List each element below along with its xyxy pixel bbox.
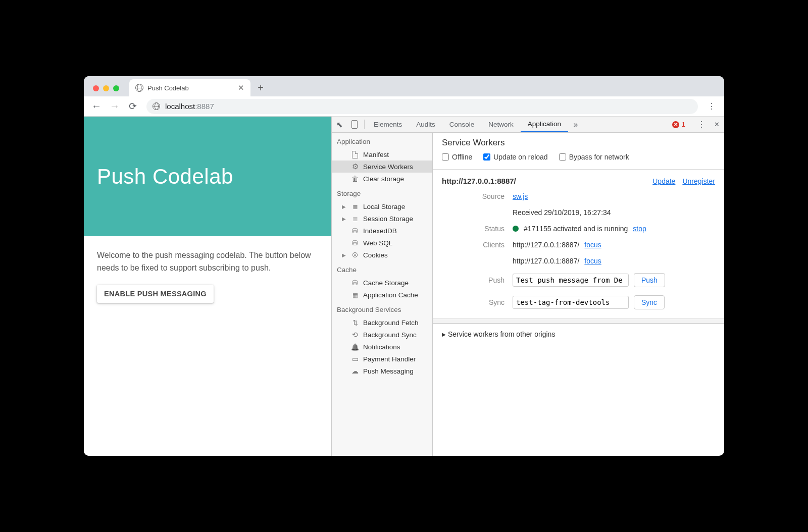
update-checkbox-input[interactable] [483, 153, 490, 161]
stop-link[interactable]: stop [633, 225, 646, 233]
row-status: Status #171155 activated and is running … [433, 221, 724, 237]
browser-menu-button[interactable] [704, 101, 719, 112]
source-file-link[interactable]: sw.js [513, 192, 528, 200]
devtools-tab-network[interactable]: Network [481, 117, 521, 132]
push-button[interactable]: Push [634, 273, 665, 287]
sidebar-item-label: Background Fetch [363, 319, 419, 327]
devtools-tab-elements[interactable]: Elements [367, 117, 409, 132]
browser-toolbar: localhost:8887 [84, 96, 724, 117]
device-icon [351, 120, 358, 129]
new-tab-button[interactable]: + [254, 81, 268, 95]
sidebar-item-cookies[interactable]: ▶Cookies [332, 249, 432, 261]
sidebar-item-label: Clear storage [363, 175, 404, 183]
received-text: Received 29/10/2019, 16:27:34 [513, 208, 611, 217]
sidebar-item-service-workers[interactable]: Service Workers [332, 161, 432, 173]
close-tab-icon[interactable]: ✕ [238, 83, 244, 92]
globe-icon [153, 102, 160, 110]
device-toggle-button[interactable] [347, 117, 362, 132]
address-bar[interactable]: localhost:8887 [146, 99, 698, 114]
offline-checkbox-input[interactable] [442, 153, 449, 161]
sidebar-item-label: Push Messaging [363, 367, 414, 375]
service-workers-panel: Service Workers Offline Update on reload… [433, 133, 724, 456]
devtools-body: ApplicationManifestService WorkersClear … [332, 133, 724, 456]
sidebar-item-clear-storage[interactable]: Clear storage [332, 173, 432, 185]
cookie-icon [351, 251, 359, 259]
sidebar-item-notifications[interactable]: Notifications [332, 341, 432, 353]
sidebar-item-manifest[interactable]: Manifest [332, 148, 432, 161]
row-clients-0: Clients http://127.0.0.1:8887/ focus [433, 237, 724, 253]
webpage: Push Codelab Welcome to the push messagi… [84, 117, 331, 456]
minimize-window-button[interactable] [103, 85, 109, 91]
sidebar-item-background-fetch[interactable]: Background Fetch [332, 316, 432, 329]
push-input[interactable] [513, 274, 629, 287]
caret-icon: ▶ [342, 204, 347, 209]
sidebar-item-label: Session Storage [363, 215, 413, 223]
caret-icon: ▶ [342, 216, 347, 222]
devtools-tab-console[interactable]: Console [442, 117, 482, 132]
browser-window: Push Codelab ✕ + localhost:8887 Push Cod… [84, 76, 724, 456]
bypass-network-checkbox[interactable]: Bypass for network [559, 153, 629, 161]
close-window-button[interactable] [93, 85, 99, 91]
focus-link[interactable]: focus [584, 241, 601, 249]
sidebar-item-local-storage[interactable]: ▶Local Storage [332, 200, 432, 212]
devtools-menu-button[interactable] [694, 120, 709, 129]
inspect-button[interactable] [332, 117, 347, 132]
enable-push-button[interactable]: ENABLE PUSH MESSAGING [97, 285, 214, 303]
back-button[interactable] [89, 99, 104, 114]
triangle-right-icon: ▶ [442, 332, 446, 337]
sync-icon [351, 331, 359, 339]
sidebar-item-cache-storage[interactable]: Cache Storage [332, 277, 432, 289]
sidebar-item-label: Application Cache [363, 291, 418, 299]
disk-icon [351, 239, 359, 247]
close-devtools-button[interactable] [709, 121, 724, 128]
cloud-icon [351, 367, 359, 375]
sidebar-item-push-messaging[interactable]: Push Messaging [332, 365, 432, 377]
other-origins-toggle[interactable]: ▶ Service workers from other origins [433, 324, 724, 344]
disk-icon [351, 227, 359, 235]
reload-button[interactable] [125, 99, 140, 114]
sidebar-item-label: Cookies [363, 251, 388, 259]
sidebar-item-payment-handler[interactable]: Payment Handler [332, 353, 432, 365]
disk-icon [351, 279, 359, 287]
sidebar-item-label: IndexedDB [363, 227, 397, 235]
sidebar-item-background-sync[interactable]: Background Sync [332, 329, 432, 341]
sidebar-item-application-cache[interactable]: Application Cache [332, 289, 432, 301]
sync-button[interactable]: Sync [634, 295, 665, 309]
globe-icon [135, 84, 143, 92]
more-tabs-button[interactable] [568, 117, 583, 132]
browser-tab[interactable]: Push Codelab ✕ [129, 79, 250, 96]
label-status: Status [442, 225, 513, 233]
unregister-link[interactable]: Unregister [682, 177, 715, 185]
maximize-window-button[interactable] [113, 85, 119, 91]
sidebar-heading: Application [332, 133, 432, 148]
client-url: http://127.0.0.1:8887/ [513, 257, 579, 265]
sidebar-item-label: Notifications [363, 343, 400, 351]
devtools-tab-application[interactable]: Application [521, 117, 568, 132]
caret-icon: ▶ [342, 252, 347, 258]
forward-button[interactable] [107, 99, 122, 114]
devtools-tab-audits[interactable]: Audits [409, 117, 442, 132]
offline-checkbox[interactable]: Offline [442, 153, 472, 161]
hero-title: Push Codelab [97, 165, 233, 189]
focus-link[interactable]: focus [584, 257, 601, 265]
tab-strip: Push Codelab ✕ + [84, 76, 724, 96]
sidebar-item-indexeddb[interactable]: IndexedDB [332, 225, 432, 237]
sync-input[interactable] [513, 296, 629, 309]
error-badge[interactable]: ✕ 1 [668, 121, 689, 128]
row-sync: Sync Sync [433, 291, 724, 318]
update-link[interactable]: Update [652, 177, 675, 185]
db-icon [351, 215, 359, 223]
update-on-reload-checkbox[interactable]: Update on reload [483, 153, 547, 161]
panel-title: Service Workers [442, 138, 715, 148]
status-dot-icon [513, 226, 519, 232]
inspect-icon [336, 120, 343, 129]
sidebar-heading: Background Services [332, 301, 432, 316]
sidebar-item-session-storage[interactable]: ▶Session Storage [332, 212, 432, 225]
doc-icon [351, 150, 359, 158]
bypass-checkbox-input[interactable] [559, 153, 566, 161]
label-sync: Sync [442, 298, 513, 306]
sidebar-item-web-sql[interactable]: Web SQL [332, 237, 432, 249]
arrow-left-icon [91, 100, 102, 112]
vertical-dots-icon [697, 120, 705, 129]
sidebar-item-label: Background Sync [363, 331, 417, 339]
